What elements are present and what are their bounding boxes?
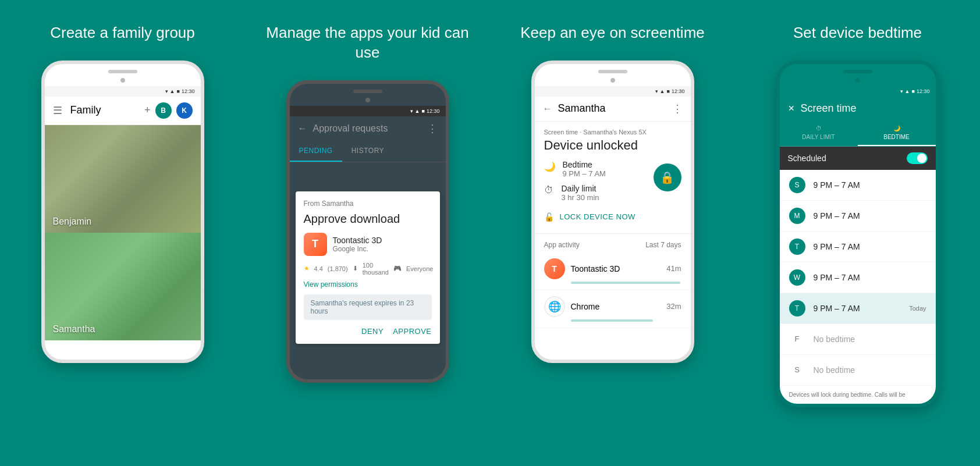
app-downloads: 100 thousand [363,262,389,276]
day-row-wed[interactable]: W 9 PM – 7 AM [780,262,936,293]
day-row-fri[interactable]: F No bedtime [780,324,936,355]
status-icons: ▾ ▲ ■ 12:30 [165,88,195,94]
avatar-k: K [176,102,193,119]
lock-device-button[interactable]: LOCK DEVICE NOW [560,212,635,221]
time-label: 12:30 [182,88,195,94]
day-letter-sat: S [789,362,805,378]
bedtime-toolbar: ✕ Screen time [780,97,936,120]
review-count: (1,870) [328,265,348,272]
deny-button[interactable]: DENY [361,327,384,336]
close-icon[interactable]: ✕ [788,104,795,113]
battery-icon-2: ■ [422,108,425,114]
bedtime-tab-label: BEDTIME [883,134,909,140]
wifi-icon: ▾ [165,88,168,94]
phone-screen-bedtime: ▾ ▲ ■ 12:30 ✕ Screen time ⏱ DAILY LIMIT … [780,86,936,404]
signal-icon-2: ▲ [415,108,420,114]
day-circle-mon: M [789,208,805,224]
st-header: Screen time · Samantha's Nexus 5X [544,129,681,136]
device-status: Device unlocked [544,138,681,153]
app-activity-period: Last 7 days [645,241,681,249]
more-icon-2[interactable]: ⋮ [427,122,438,135]
menu-icon[interactable]: ☰ [53,104,62,117]
chrome-row: 🌐 Chrome 32m [544,296,681,317]
panel-family-title: Create a family group [33,0,212,55]
phone-camera [120,78,125,83]
status-icons-2: ▾ ▲ ■ 12:30 [410,108,440,114]
day-time-fri: No bedtime [814,335,926,344]
panel-manage-apps: Manage the apps your kid can use ▾ ▲ ■ 1… [245,0,490,466]
day-row-sat[interactable]: S No bedtime [780,355,936,386]
wifi-icon-4: ▾ [900,88,903,94]
approve-title: Approve download [304,212,432,226]
phone-family: ▾ ▲ ■ 12:30 ☰ Family + B K [41,61,204,363]
phone-screentime: ▾ ▲ ■ 12:30 ← Samantha ⋮ Screen time · S… [531,61,694,363]
lock-device-icon: 🔓 [544,212,554,222]
avatar-benjamin: B [155,102,172,119]
phone-camera-4 [855,78,860,83]
moon-icon-tab: 🌙 [893,125,900,131]
wifi-icon-2: ▾ [410,108,413,114]
bedtime-footnote: Devices will lock during bedtime. Calls … [780,386,936,404]
daily-limit-value: 3 hr 30 min [562,193,599,202]
phone-bedtime: ▾ ▲ ■ 12:30 ✕ Screen time ⏱ DAILY LIMIT … [776,61,939,407]
time-label-4: 12:30 [917,88,930,94]
family-icons: + B K [144,102,193,119]
phone-screen-family: ▾ ▲ ■ 12:30 ☰ Family + B K [45,86,201,348]
day-circle-wed: W [789,269,805,286]
app-row: T Toontastic 3D Google Inc. [304,233,432,256]
photo-benjamin[interactable]: Benjamin [45,125,201,233]
download-icon: ⬇ [353,265,358,272]
screen-time-section: Screen time · Samantha's Nexus 5X Device… [535,122,691,234]
signal-icon-3: ▲ [660,88,665,94]
tab-bedtime[interactable]: 🌙 BEDTIME [858,120,936,146]
tab-daily-limit[interactable]: ⏱ DAILY LIMIT [780,120,858,146]
app-age: Everyone [406,265,433,272]
family-title: Family [70,104,136,116]
day-schedule-list: S 9 PM – 7 AM M 9 PM – 7 AM T 9 PM – 7 A… [780,170,936,404]
status-bar-family: ▾ ▲ ■ 12:30 [45,86,201,97]
day-circle-tue: T [789,239,805,255]
approve-button[interactable]: APPROVE [393,327,431,336]
day-row-mon[interactable]: M 9 PM – 7 AM [780,201,936,232]
app-activity-label: App activity [544,241,580,249]
back-icon-3[interactable]: ← [543,104,552,114]
back-icon-2[interactable]: ← [298,123,307,134]
photo-grid: Benjamin Samantha [45,125,201,340]
benjamin-label: Benjamin [53,216,92,227]
time-label-3: 12:30 [672,88,685,94]
more-icon-3[interactable]: ⋮ [672,102,683,115]
panel-screentime-title: Keep an eye on screentime [503,0,722,55]
day-row-sun[interactable]: S 9 PM – 7 AM [780,170,936,201]
chrome-name: Chrome [571,302,661,311]
toontastic-icon: T [544,258,565,279]
tab-pending[interactable]: PENDING [290,141,342,162]
from-label: From Samantha [304,200,432,208]
photo-samantha[interactable]: Samantha [45,233,201,340]
battery-icon-3: ■ [667,88,670,94]
toontastic-bar [571,282,681,284]
app-icon: T [304,233,327,256]
panel-family: Create a family group ▾ ▲ ■ 12:30 ☰ Fami… [0,0,245,466]
app-dev: Google Inc. [333,245,382,253]
app-meta: ★ 4.4 (1,870) ⬇ 100 thousand 🎮 Everyone [304,262,432,276]
activity-chrome: 🌐 Chrome 32m [535,290,691,328]
age-icon: 🎮 [393,265,402,272]
scheduled-toggle[interactable] [907,152,928,164]
day-time-tue: 9 PM – 7 AM [814,242,926,251]
day-time-thu: 9 PM – 7 AM [814,304,910,313]
tab-history[interactable]: HISTORY [342,141,393,162]
bedtime-tabs: ⏱ DAILY LIMIT 🌙 BEDTIME [780,120,936,147]
lock-icon[interactable]: 🔒 [654,163,681,191]
day-row-thu[interactable]: T 9 PM – 7 AM Today [780,293,936,324]
app-name: Toontastic 3D [333,236,382,245]
activity-toontastic: T Toontastic 3D 41m [535,252,691,290]
view-permissions-link[interactable]: View permissions [304,280,432,289]
family-toolbar: ☰ Family + B K [45,97,201,125]
toontastic-row: T Toontastic 3D 41m [544,258,681,279]
status-icons-4: ▾ ▲ ■ 12:30 [900,88,930,94]
phone-screen-manage: ▾ ▲ ■ 12:30 ← Approval requests ⋮ PENDIN… [290,106,446,368]
add-member-icon[interactable]: + [144,104,151,116]
app-info: Toontastic 3D Google Inc. [333,236,382,253]
day-row-tue[interactable]: T 9 PM – 7 AM [780,232,936,262]
approval-card: From Samantha Approve download T Toontas… [296,191,440,344]
